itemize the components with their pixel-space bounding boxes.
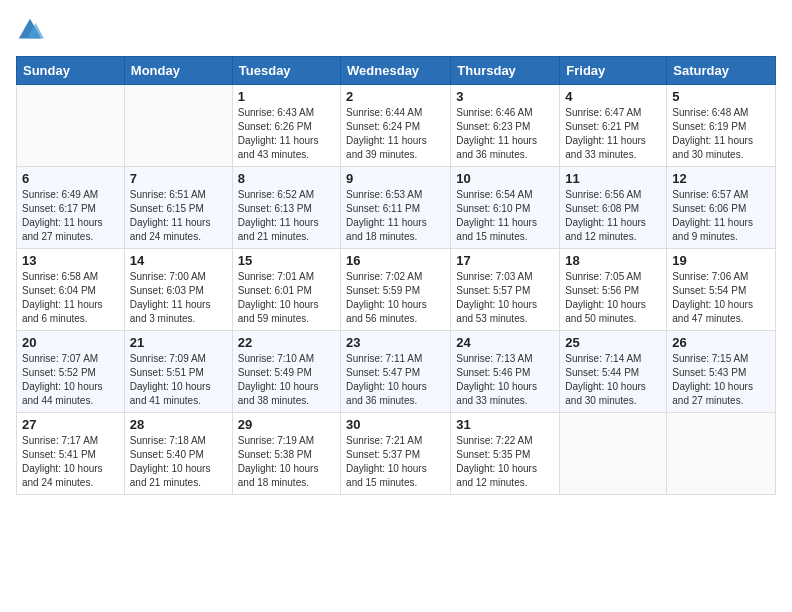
calendar-cell	[667, 413, 776, 495]
day-number: 10	[456, 171, 554, 186]
calendar-cell: 6Sunrise: 6:49 AM Sunset: 6:17 PM Daylig…	[17, 167, 125, 249]
day-info: Sunrise: 7:10 AM Sunset: 5:49 PM Dayligh…	[238, 352, 335, 408]
day-info: Sunrise: 7:09 AM Sunset: 5:51 PM Dayligh…	[130, 352, 227, 408]
day-number: 25	[565, 335, 661, 350]
day-info: Sunrise: 6:49 AM Sunset: 6:17 PM Dayligh…	[22, 188, 119, 244]
calendar-header-row: SundayMondayTuesdayWednesdayThursdayFrid…	[17, 57, 776, 85]
calendar-week-row: 13Sunrise: 6:58 AM Sunset: 6:04 PM Dayli…	[17, 249, 776, 331]
day-of-week-header: Saturday	[667, 57, 776, 85]
calendar-cell: 4Sunrise: 6:47 AM Sunset: 6:21 PM Daylig…	[560, 85, 667, 167]
day-info: Sunrise: 7:00 AM Sunset: 6:03 PM Dayligh…	[130, 270, 227, 326]
calendar-cell: 9Sunrise: 6:53 AM Sunset: 6:11 PM Daylig…	[341, 167, 451, 249]
calendar-cell: 21Sunrise: 7:09 AM Sunset: 5:51 PM Dayli…	[124, 331, 232, 413]
day-info: Sunrise: 7:15 AM Sunset: 5:43 PM Dayligh…	[672, 352, 770, 408]
day-number: 3	[456, 89, 554, 104]
day-number: 17	[456, 253, 554, 268]
day-info: Sunrise: 7:14 AM Sunset: 5:44 PM Dayligh…	[565, 352, 661, 408]
day-info: Sunrise: 7:05 AM Sunset: 5:56 PM Dayligh…	[565, 270, 661, 326]
day-number: 15	[238, 253, 335, 268]
day-info: Sunrise: 6:46 AM Sunset: 6:23 PM Dayligh…	[456, 106, 554, 162]
day-info: Sunrise: 7:07 AM Sunset: 5:52 PM Dayligh…	[22, 352, 119, 408]
day-number: 8	[238, 171, 335, 186]
day-number: 20	[22, 335, 119, 350]
day-info: Sunrise: 7:19 AM Sunset: 5:38 PM Dayligh…	[238, 434, 335, 490]
calendar-week-row: 1Sunrise: 6:43 AM Sunset: 6:26 PM Daylig…	[17, 85, 776, 167]
day-number: 27	[22, 417, 119, 432]
day-info: Sunrise: 6:51 AM Sunset: 6:15 PM Dayligh…	[130, 188, 227, 244]
logo	[16, 16, 48, 44]
calendar-week-row: 20Sunrise: 7:07 AM Sunset: 5:52 PM Dayli…	[17, 331, 776, 413]
day-of-week-header: Tuesday	[232, 57, 340, 85]
calendar-cell: 1Sunrise: 6:43 AM Sunset: 6:26 PM Daylig…	[232, 85, 340, 167]
calendar-cell: 11Sunrise: 6:56 AM Sunset: 6:08 PM Dayli…	[560, 167, 667, 249]
calendar-cell: 2Sunrise: 6:44 AM Sunset: 6:24 PM Daylig…	[341, 85, 451, 167]
day-number: 18	[565, 253, 661, 268]
calendar-cell: 23Sunrise: 7:11 AM Sunset: 5:47 PM Dayli…	[341, 331, 451, 413]
calendar-cell: 14Sunrise: 7:00 AM Sunset: 6:03 PM Dayli…	[124, 249, 232, 331]
day-number: 22	[238, 335, 335, 350]
day-info: Sunrise: 7:21 AM Sunset: 5:37 PM Dayligh…	[346, 434, 445, 490]
day-of-week-header: Monday	[124, 57, 232, 85]
day-info: Sunrise: 6:43 AM Sunset: 6:26 PM Dayligh…	[238, 106, 335, 162]
day-info: Sunrise: 7:18 AM Sunset: 5:40 PM Dayligh…	[130, 434, 227, 490]
day-of-week-header: Friday	[560, 57, 667, 85]
calendar-cell	[124, 85, 232, 167]
calendar-cell: 8Sunrise: 6:52 AM Sunset: 6:13 PM Daylig…	[232, 167, 340, 249]
calendar-cell: 10Sunrise: 6:54 AM Sunset: 6:10 PM Dayli…	[451, 167, 560, 249]
calendar-table: SundayMondayTuesdayWednesdayThursdayFrid…	[16, 56, 776, 495]
calendar-cell: 15Sunrise: 7:01 AM Sunset: 6:01 PM Dayli…	[232, 249, 340, 331]
page-header	[16, 16, 776, 44]
day-info: Sunrise: 7:11 AM Sunset: 5:47 PM Dayligh…	[346, 352, 445, 408]
day-number: 16	[346, 253, 445, 268]
day-number: 14	[130, 253, 227, 268]
day-number: 30	[346, 417, 445, 432]
day-info: Sunrise: 7:22 AM Sunset: 5:35 PM Dayligh…	[456, 434, 554, 490]
calendar-cell: 29Sunrise: 7:19 AM Sunset: 5:38 PM Dayli…	[232, 413, 340, 495]
day-info: Sunrise: 7:02 AM Sunset: 5:59 PM Dayligh…	[346, 270, 445, 326]
calendar-cell: 12Sunrise: 6:57 AM Sunset: 6:06 PM Dayli…	[667, 167, 776, 249]
day-number: 9	[346, 171, 445, 186]
day-number: 4	[565, 89, 661, 104]
day-number: 23	[346, 335, 445, 350]
day-number: 26	[672, 335, 770, 350]
calendar-cell: 25Sunrise: 7:14 AM Sunset: 5:44 PM Dayli…	[560, 331, 667, 413]
calendar-cell: 27Sunrise: 7:17 AM Sunset: 5:41 PM Dayli…	[17, 413, 125, 495]
day-number: 24	[456, 335, 554, 350]
day-number: 28	[130, 417, 227, 432]
day-number: 1	[238, 89, 335, 104]
day-info: Sunrise: 6:53 AM Sunset: 6:11 PM Dayligh…	[346, 188, 445, 244]
day-info: Sunrise: 6:57 AM Sunset: 6:06 PM Dayligh…	[672, 188, 770, 244]
calendar-cell: 19Sunrise: 7:06 AM Sunset: 5:54 PM Dayli…	[667, 249, 776, 331]
calendar-cell: 22Sunrise: 7:10 AM Sunset: 5:49 PM Dayli…	[232, 331, 340, 413]
day-of-week-header: Wednesday	[341, 57, 451, 85]
calendar-cell: 28Sunrise: 7:18 AM Sunset: 5:40 PM Dayli…	[124, 413, 232, 495]
logo-icon	[16, 16, 44, 44]
day-info: Sunrise: 6:54 AM Sunset: 6:10 PM Dayligh…	[456, 188, 554, 244]
calendar-cell: 16Sunrise: 7:02 AM Sunset: 5:59 PM Dayli…	[341, 249, 451, 331]
day-number: 13	[22, 253, 119, 268]
day-number: 21	[130, 335, 227, 350]
day-info: Sunrise: 6:52 AM Sunset: 6:13 PM Dayligh…	[238, 188, 335, 244]
calendar-cell: 24Sunrise: 7:13 AM Sunset: 5:46 PM Dayli…	[451, 331, 560, 413]
calendar-cell	[17, 85, 125, 167]
day-info: Sunrise: 7:03 AM Sunset: 5:57 PM Dayligh…	[456, 270, 554, 326]
day-info: Sunrise: 6:44 AM Sunset: 6:24 PM Dayligh…	[346, 106, 445, 162]
calendar-cell: 18Sunrise: 7:05 AM Sunset: 5:56 PM Dayli…	[560, 249, 667, 331]
day-number: 31	[456, 417, 554, 432]
day-info: Sunrise: 7:13 AM Sunset: 5:46 PM Dayligh…	[456, 352, 554, 408]
calendar-cell: 5Sunrise: 6:48 AM Sunset: 6:19 PM Daylig…	[667, 85, 776, 167]
calendar-week-row: 6Sunrise: 6:49 AM Sunset: 6:17 PM Daylig…	[17, 167, 776, 249]
day-of-week-header: Thursday	[451, 57, 560, 85]
calendar-cell: 26Sunrise: 7:15 AM Sunset: 5:43 PM Dayli…	[667, 331, 776, 413]
day-number: 5	[672, 89, 770, 104]
day-number: 29	[238, 417, 335, 432]
day-number: 2	[346, 89, 445, 104]
day-info: Sunrise: 7:17 AM Sunset: 5:41 PM Dayligh…	[22, 434, 119, 490]
day-number: 7	[130, 171, 227, 186]
day-number: 19	[672, 253, 770, 268]
day-number: 11	[565, 171, 661, 186]
day-info: Sunrise: 6:48 AM Sunset: 6:19 PM Dayligh…	[672, 106, 770, 162]
calendar-cell: 17Sunrise: 7:03 AM Sunset: 5:57 PM Dayli…	[451, 249, 560, 331]
day-info: Sunrise: 7:01 AM Sunset: 6:01 PM Dayligh…	[238, 270, 335, 326]
calendar-cell: 3Sunrise: 6:46 AM Sunset: 6:23 PM Daylig…	[451, 85, 560, 167]
